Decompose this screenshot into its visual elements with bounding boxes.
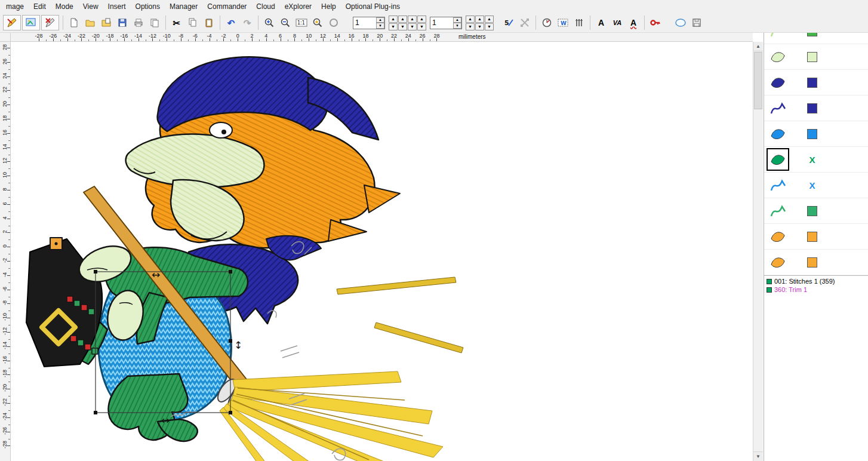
stitch-nav-down-button[interactable]: ▼ — [389, 23, 398, 30]
menu-item-insert[interactable]: Insert — [103, 1, 131, 13]
color-nav-down-button[interactable]: ▼ — [466, 23, 475, 30]
hoop-ellipse-button[interactable] — [326, 15, 341, 30]
layer-row[interactable] — [764, 96, 868, 121]
embroidery-design-svg[interactable]: ↔ ↕ ↔ — [11, 42, 753, 461]
menu-item-help[interactable]: Help — [316, 1, 341, 13]
layer-color-swatch[interactable] — [807, 33, 817, 36]
layer-row[interactable] — [764, 198, 868, 224]
print-preview-button[interactable] — [147, 15, 162, 30]
color-nav-up-button[interactable]: ▲ — [466, 16, 475, 23]
menu-item-optional-plug-ins[interactable]: Optional Plug-ins — [341, 1, 405, 13]
color-nav-up-button[interactable]: ▲ — [485, 16, 494, 23]
measure-button[interactable] — [539, 15, 555, 30]
scrollbar-thumb[interactable] — [754, 52, 762, 109]
witch-design[interactable] — [26, 57, 463, 461]
layer-thumbnail[interactable] — [768, 72, 788, 93]
zoom-options-button[interactable] — [310, 15, 325, 30]
layer-thumbnail[interactable] — [768, 252, 788, 272]
text-envelope-button[interactable]: A — [626, 15, 641, 30]
save-button[interactable] — [115, 15, 130, 30]
layer-thumbnail[interactable] — [768, 33, 788, 41]
stitch-nav-up-button[interactable]: ▲ — [398, 16, 407, 23]
stitch-nav-up-button[interactable]: ▲ — [408, 16, 417, 23]
layer-row[interactable]: X — [764, 147, 868, 173]
layer-color-x-mark[interactable]: X — [807, 180, 817, 190]
stitch-list-item[interactable]: 001: Stitches 1 (359) — [765, 277, 868, 285]
menu-item-edit[interactable]: Edit — [29, 1, 51, 13]
resize-horizontal-icon[interactable]: ↔ — [152, 269, 160, 281]
copy-button[interactable] — [185, 15, 201, 30]
layer-row[interactable] — [764, 44, 868, 70]
layer-row[interactable] — [764, 33, 868, 44]
layer-thumbnail[interactable] — [768, 98, 788, 118]
paste-button[interactable] — [201, 15, 217, 30]
scroll-up-button[interactable]: ▲ — [753, 42, 763, 51]
menu-item-explorer[interactable]: eXplorer — [280, 1, 316, 13]
density-button[interactable] — [571, 15, 587, 30]
cut-button[interactable]: ✂ — [169, 15, 184, 30]
selection-handle[interactable] — [94, 411, 97, 414]
layer-thumbnail[interactable] — [768, 201, 788, 221]
menu-item-view[interactable]: View — [78, 1, 103, 13]
layer-row[interactable] — [764, 121, 868, 147]
layer-color-swatch[interactable] — [807, 103, 817, 113]
layer-color-x-mark[interactable]: X — [807, 155, 817, 165]
layer-thumbnail[interactable] — [768, 149, 788, 170]
color-nav-up-button[interactable]: ▲ — [475, 16, 484, 23]
menu-item-manager[interactable]: Manager — [165, 1, 202, 13]
text-tool-button[interactable]: A — [593, 15, 609, 30]
layer-color-swatch[interactable] — [807, 232, 817, 242]
spin-down-button[interactable]: ▼ — [376, 23, 384, 29]
new-file-button[interactable] — [66, 15, 82, 30]
layer-row[interactable] — [764, 250, 868, 275]
stitch-nav-down-button[interactable]: ▼ — [417, 23, 426, 30]
resize-vertical-icon[interactable]: ↕ — [234, 339, 242, 351]
scroll-down-button[interactable]: ▼ — [753, 451, 763, 461]
color-nav-down-button[interactable]: ▼ — [475, 23, 484, 30]
stitch-nav-up-button[interactable]: ▲ — [389, 16, 398, 23]
image-tool-button[interactable] — [22, 15, 40, 30]
layer-thumbnail[interactable] — [768, 226, 788, 247]
selection-handle[interactable] — [229, 339, 232, 343]
print-button[interactable] — [131, 15, 146, 30]
layer-color-swatch[interactable] — [807, 129, 817, 139]
text-transform-button[interactable]: VA — [610, 15, 625, 30]
selection-handle[interactable] — [229, 411, 232, 414]
erase-tool-button[interactable] — [41, 15, 59, 30]
import-design-button[interactable] — [99, 15, 114, 30]
zoom-actual-size-button[interactable]: 1:1 — [294, 15, 309, 30]
color-nav-down-button[interactable]: ▼ — [485, 23, 494, 30]
layer-color-swatch[interactable] — [807, 78, 817, 88]
menu-item-cloud[interactable]: Cloud — [251, 1, 279, 13]
stitch-length-button[interactable]: 5 — [501, 15, 516, 30]
menu-item-mage[interactable]: mage — [1, 1, 29, 13]
layer-row[interactable] — [764, 224, 868, 250]
spin-up-button[interactable]: ▲ — [376, 17, 384, 23]
canvas-vertical-scrollbar[interactable]: ▲ ▼ — [753, 42, 763, 461]
stitch-list-item[interactable]: 360: Trim 1 — [765, 285, 868, 294]
selection-handle[interactable] — [229, 270, 232, 273]
layer-row[interactable] — [764, 70, 868, 96]
balloon-button[interactable] — [673, 15, 688, 30]
stitch-nav-up-button[interactable]: ▲ — [417, 16, 426, 23]
redo-button[interactable]: ↷ — [239, 15, 255, 30]
menu-item-options[interactable]: Options — [131, 1, 165, 13]
password-protect-button[interactable] — [648, 15, 663, 30]
spin-down-button[interactable]: ▼ — [453, 23, 461, 29]
selection-handle[interactable] — [94, 270, 97, 273]
layer-row[interactable]: X — [764, 173, 868, 198]
spin-up-button[interactable]: ▲ — [453, 17, 461, 23]
layer-color-swatch[interactable] — [807, 257, 817, 268]
layer-thumbnail[interactable] — [768, 47, 788, 67]
design-canvas[interactable]: ↔ ↕ ↔ — [11, 42, 753, 461]
menu-item-commander[interactable]: Commander — [202, 1, 251, 13]
stitch-nav-down-button[interactable]: ▼ — [408, 23, 417, 30]
layer-thumbnail[interactable] — [768, 124, 788, 144]
undo-button[interactable]: ↶ — [223, 15, 239, 30]
save-palette-button[interactable] — [689, 15, 704, 30]
zoom-in-button[interactable] — [261, 15, 277, 30]
sew-simulator-button[interactable]: W — [555, 15, 571, 30]
open-file-button[interactable] — [82, 15, 98, 30]
editor-tool-button[interactable] — [3, 15, 21, 30]
menu-item-mode[interactable]: Mode — [51, 1, 78, 13]
